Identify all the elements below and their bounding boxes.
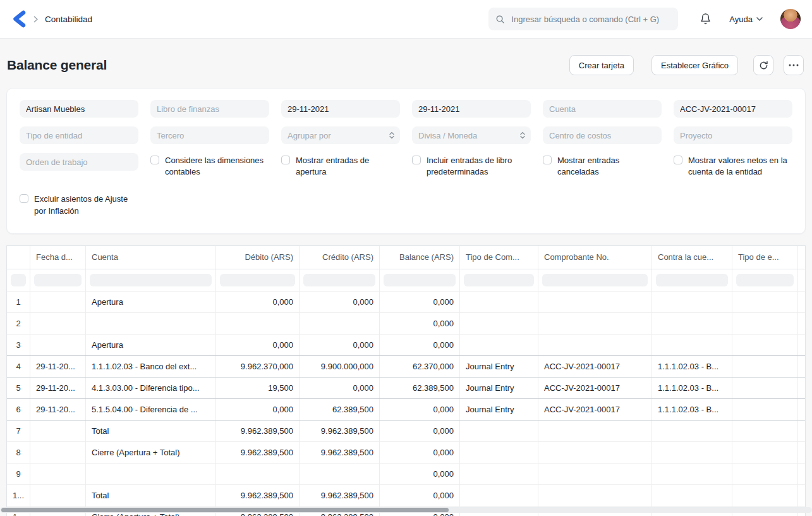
notifications-bell-icon[interactable] <box>700 13 712 25</box>
cell-tipo_com[interactable] <box>460 292 538 312</box>
cell-cuenta[interactable]: Apertura <box>86 292 216 312</box>
cell-idx[interactable]: 5 <box>7 378 30 398</box>
cost-center-filter-input[interactable] <box>543 126 662 144</box>
cell-credito[interactable]: 9.962.389,500 <box>300 485 380 506</box>
cell-tipo_com[interactable] <box>460 442 538 463</box>
cell-contra[interactable] <box>652 421 732 441</box>
cell-comprobante[interactable] <box>538 335 652 355</box>
cell-contra[interactable] <box>652 313 732 334</box>
cell-balance[interactable]: 0,000 <box>380 313 460 334</box>
cell-fecha[interactable]: 29-11-20... <box>30 399 86 420</box>
checkbox-show-net-values[interactable]: Mostrar valores netos en la cuenta de la… <box>674 153 792 178</box>
cell-debito[interactable]: 9.962.389,500 <box>216 485 300 506</box>
cell-debito[interactable]: 0,000 <box>216 292 300 312</box>
checkbox-input[interactable] <box>412 156 421 164</box>
cell-tipo_e[interactable] <box>732 378 798 398</box>
cell-comprobante[interactable] <box>538 421 652 441</box>
global-search[interactable] <box>488 8 678 30</box>
column-filter-input-fecha[interactable] <box>34 274 82 286</box>
breadcrumb[interactable]: Contabilidad <box>45 15 92 24</box>
cell-cuenta[interactable]: Cierre (Apertura + Total) <box>86 442 216 463</box>
cell-idx[interactable]: 3 <box>7 335 30 355</box>
account-filter-input[interactable] <box>543 100 662 118</box>
group-by-select-input[interactable] <box>281 126 400 144</box>
cell-balance[interactable]: 0,000 <box>380 442 460 463</box>
column-filter-input-credito[interactable] <box>303 274 375 286</box>
cell-cuenta[interactable]: 5.1.5.04.00 - Diferencia de ... <box>86 399 216 420</box>
cell-credito[interactable]: 62.389,500 <box>300 399 380 420</box>
cell-tipo_e[interactable] <box>732 292 798 312</box>
cell-contra[interactable] <box>652 485 732 506</box>
column-filter-input-comprobante[interactable] <box>542 274 648 286</box>
cell-idx[interactable]: 2 <box>7 313 30 334</box>
cell-contra[interactable]: 1.1.1.02.03 - B... <box>652 356 732 377</box>
horizontal-scrollbar-track[interactable] <box>0 507 812 513</box>
checkbox-show-cancelled-entries[interactable]: Mostrar entradas canceladas <box>543 153 662 178</box>
cell-tipo_e[interactable] <box>732 485 798 506</box>
cell-comprobante[interactable]: ACC-JV-2021-00017 <box>538 356 652 377</box>
cell-tipo_com[interactable] <box>460 313 538 334</box>
column-header-tipo_com[interactable]: Tipo de Com... <box>460 246 538 269</box>
global-search-input[interactable] <box>510 14 671 25</box>
cell-debito[interactable]: 19,500 <box>216 378 300 398</box>
cell-credito[interactable]: 9.900.000,000 <box>300 356 380 377</box>
work-order-filter-input[interactable] <box>20 153 138 171</box>
horizontal-scrollbar-thumb[interactable] <box>1 508 449 512</box>
checkbox-input[interactable] <box>150 156 159 164</box>
cell-tipo_com[interactable]: Journal Entry <box>460 356 538 377</box>
cell-fecha[interactable] <box>30 485 86 506</box>
cell-balance[interactable]: 0,000 <box>380 464 460 484</box>
column-filter-input-tipo_com[interactable] <box>464 274 534 286</box>
cell-balance[interactable]: 0,000 <box>380 292 460 312</box>
cell-debito[interactable]: 0,000 <box>216 335 300 355</box>
user-avatar[interactable] <box>780 9 801 29</box>
cell-fecha[interactable] <box>30 292 86 312</box>
cell-contra[interactable] <box>652 464 732 484</box>
cell-tipo_com[interactable]: Journal Entry <box>460 399 538 420</box>
cell-contra[interactable] <box>652 335 732 355</box>
cell-tipo_e[interactable] <box>732 421 798 441</box>
cell-idx[interactable]: 6 <box>7 399 30 420</box>
cell-tipo_e[interactable] <box>732 335 798 355</box>
currency-select-input[interactable] <box>412 126 531 144</box>
app-logo-icon[interactable] <box>11 10 27 28</box>
cell-tipo_e[interactable] <box>732 313 798 334</box>
cell-debito[interactable] <box>216 313 300 334</box>
from-date-filter-input[interactable] <box>281 100 400 118</box>
cell-idx[interactable]: 4 <box>7 356 30 377</box>
cell-credito[interactable] <box>300 464 380 484</box>
cell-tipo_com[interactable] <box>460 421 538 441</box>
group-by-select[interactable] <box>281 126 400 144</box>
cell-comprobante[interactable] <box>538 313 652 334</box>
refresh-button[interactable] <box>753 55 773 75</box>
party-type-filter-input[interactable] <box>20 126 138 144</box>
column-filter-input-contra[interactable] <box>656 274 728 286</box>
cell-balance[interactable]: 0,000 <box>380 399 460 420</box>
to-date-filter-input[interactable] <box>412 100 531 118</box>
column-header-credito[interactable]: Crédito (ARS) <box>300 246 380 269</box>
cell-credito[interactable] <box>300 313 380 334</box>
more-menu-button[interactable] <box>784 55 804 75</box>
cell-balance[interactable]: 0,000 <box>380 421 460 441</box>
cell-fecha[interactable] <box>30 335 86 355</box>
cell-cuenta[interactable]: 1.1.1.02.03 - Banco del ext... <box>86 356 216 377</box>
cell-fecha[interactable]: 29-11-20... <box>30 378 86 398</box>
currency-select[interactable] <box>412 126 531 144</box>
cell-comprobante[interactable]: ACC-JV-2021-00017 <box>538 378 652 398</box>
party-filter-input[interactable] <box>150 126 269 144</box>
cell-comprobante[interactable] <box>538 292 652 312</box>
cell-debito[interactable]: 9.962.389,500 <box>216 442 300 463</box>
create-card-button[interactable]: Crear tarjeta <box>569 55 634 75</box>
cell-contra[interactable]: 1.1.1.02.03 - B... <box>652 399 732 420</box>
cell-fecha[interactable]: 29-11-20... <box>30 356 86 377</box>
cell-comprobante[interactable] <box>538 464 652 484</box>
cell-credito[interactable]: 0,000 <box>300 335 380 355</box>
cell-tipo_e[interactable] <box>732 399 798 420</box>
cell-tipo_com[interactable]: Journal Entry <box>460 378 538 398</box>
column-header-cuenta[interactable]: Cuenta <box>86 246 216 269</box>
cell-fecha[interactable] <box>30 464 86 484</box>
cell-cuenta[interactable] <box>86 464 216 484</box>
checkbox-input[interactable] <box>674 156 682 164</box>
column-header-tipo_e[interactable]: Tipo de e... <box>732 246 798 269</box>
cell-cuenta[interactable] <box>86 313 216 334</box>
